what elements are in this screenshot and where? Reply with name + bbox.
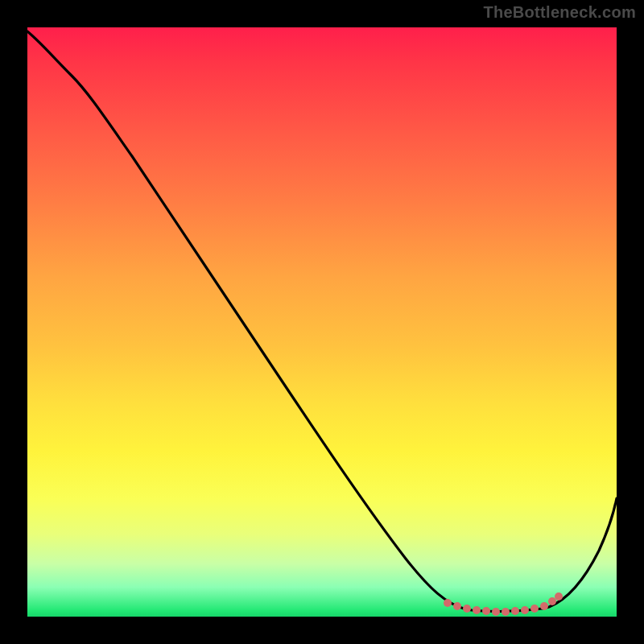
svg-point-7: [511, 607, 519, 615]
svg-point-9: [530, 605, 539, 613]
svg-point-4: [482, 607, 490, 615]
bottleneck-curve: [27, 31, 617, 611]
svg-point-11: [548, 597, 556, 605]
curve-svg: [27, 27, 617, 617]
svg-point-2: [463, 605, 471, 613]
watermark-text: TheBottleneck.com: [483, 3, 636, 22]
svg-point-10: [540, 602, 548, 610]
svg-point-1: [453, 602, 461, 610]
plot-area: [27, 27, 617, 617]
svg-point-12: [555, 592, 563, 601]
svg-point-3: [473, 606, 481, 614]
svg-point-6: [502, 608, 510, 616]
svg-point-5: [492, 608, 500, 616]
optimal-region-markers: [444, 592, 563, 616]
svg-point-8: [521, 606, 529, 614]
svg-point-0: [444, 599, 452, 607]
chart-frame: TheBottleneck.com: [0, 0, 644, 644]
